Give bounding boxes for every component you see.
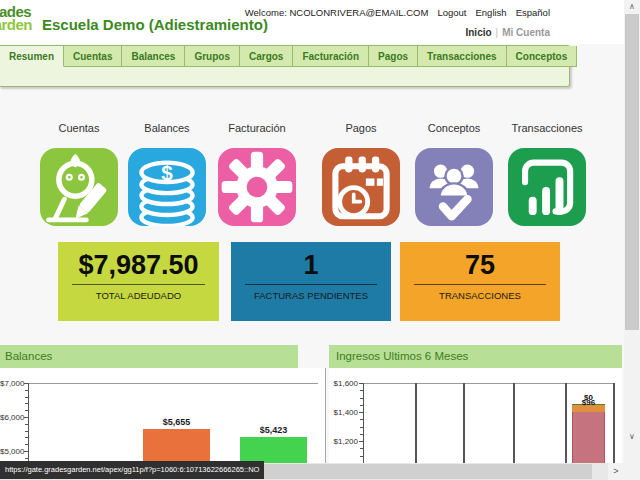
y-tick-label: $7,000 xyxy=(0,379,24,388)
balances-chart: $7,000$6,000$5,000$5,655$5,423 xyxy=(0,368,326,463)
y-minor-tick xyxy=(25,410,28,411)
tab-facturacion[interactable]: Facturación xyxy=(293,46,369,67)
ingresos-chart: $1,600$1,400$1,200$0$96 xyxy=(329,368,622,463)
inicio-link[interactable]: Inicio xyxy=(465,27,491,38)
people-check-icon xyxy=(415,148,493,226)
y-axis xyxy=(28,383,29,463)
shortcut-label: Balances xyxy=(128,122,206,136)
y-minor-tick xyxy=(360,390,363,391)
kpi-transacciones: 75TRANSACCIONES xyxy=(400,242,560,321)
page-title: Escuela Demo (Adiestramiento) xyxy=(42,16,268,33)
shortcut-label: Facturación xyxy=(218,122,296,136)
tabs-row: ResumenCuentasBalancesGruposCargosFactur… xyxy=(0,46,569,67)
svg-text:$: $ xyxy=(161,161,173,184)
kpi-value: 1 xyxy=(231,250,391,281)
y-tick-label: $6,000 xyxy=(0,413,24,422)
logo-text-line2: garden xyxy=(0,18,32,31)
shortcut-label: Transacciones xyxy=(508,122,586,136)
shortcut-balances: Balances $ xyxy=(128,122,206,226)
logo[interactable]: grades garden xyxy=(0,5,32,31)
tab-pagos[interactable]: Pagos xyxy=(369,46,418,67)
shortcut-tile-conceptos[interactable] xyxy=(415,148,493,226)
kpi-value: $7,987.50 xyxy=(58,250,219,281)
header: grades garden Escuela Demo (Adiestramien… xyxy=(0,0,624,44)
kpi-label: TRANSACCIONES xyxy=(400,290,560,301)
shortcut-transacciones: Transacciones xyxy=(508,122,586,226)
shortcut-label: Pagos xyxy=(322,122,400,136)
bar-value-label: $5,423 xyxy=(225,425,322,435)
shortcut-tile-balances[interactable]: $ xyxy=(128,148,206,226)
shortcut-conceptos: Conceptos xyxy=(415,122,493,226)
tab-balances[interactable]: Balances xyxy=(122,46,185,67)
y-tick-label: $5,000 xyxy=(0,447,24,456)
shortcut-label: Conceptos xyxy=(415,122,493,136)
shortcut-facturacion: Facturación xyxy=(218,122,296,226)
bar-value-label: $5,655 xyxy=(128,417,225,427)
y-tick-label: $1,200 xyxy=(332,437,358,446)
mi-cuenta-link[interactable]: Mi Cuenta xyxy=(502,27,550,38)
calendar-clock-icon xyxy=(322,148,400,226)
y-tick xyxy=(24,383,28,384)
y-tick xyxy=(359,441,363,442)
bar-value-label: $96 xyxy=(567,398,610,407)
shortcut-tile-pagos[interactable] xyxy=(322,148,400,226)
y-minor-tick xyxy=(360,405,363,406)
vertical-scroll-thumb[interactable] xyxy=(625,14,639,330)
tab-resumen[interactable]: Resumen xyxy=(0,46,64,67)
tab-cuentas[interactable]: Cuentas xyxy=(64,46,122,67)
y-minor-tick xyxy=(360,398,363,399)
gear-icon xyxy=(218,148,296,226)
y-minor-tick xyxy=(25,417,28,418)
vertical-scrollbar[interactable]: ∧ ∨ xyxy=(624,0,640,463)
scroll-down-button[interactable]: ∨ xyxy=(624,430,640,444)
y-axis xyxy=(363,383,364,463)
bar xyxy=(240,437,307,463)
y-minor-tick xyxy=(360,419,363,420)
bar xyxy=(143,429,210,463)
espanol-link[interactable]: Español xyxy=(516,7,550,18)
dashboard-screen: grades garden Escuela Demo (Adiestramien… xyxy=(0,0,640,480)
y-tick-label: $1,400 xyxy=(332,408,358,417)
kpi-total-adeudado: $7,987.50TOTAL ADEUDADO xyxy=(58,242,219,321)
shortcut-label: Cuentas xyxy=(40,122,118,136)
shortcut-tile-cuentas[interactable] xyxy=(40,148,118,226)
y-minor-tick xyxy=(25,397,28,398)
y-tick xyxy=(359,383,363,384)
y-minor-tick xyxy=(25,458,28,459)
top-links: Welcome: NCOLONRIVERA@EMAIL.COMLogoutEng… xyxy=(245,7,550,18)
y-minor-tick xyxy=(25,444,28,445)
shortcut-tile-facturacion[interactable] xyxy=(218,148,296,226)
y-minor-tick xyxy=(25,390,28,391)
y-minor-tick xyxy=(360,448,363,449)
logout-link[interactable]: Logout xyxy=(437,7,466,18)
kpi-value: 75 xyxy=(400,250,560,281)
stacked-bar-segment xyxy=(572,412,605,463)
panel-header-balances: Balances xyxy=(0,345,298,368)
y-minor-tick xyxy=(360,434,363,435)
shortcut-cuentas: Cuentas xyxy=(40,122,118,226)
plot-top-border xyxy=(363,383,615,384)
plot-top-border xyxy=(28,383,318,384)
shortcut-pagos: Pagos xyxy=(322,122,400,226)
scroll-up-button[interactable]: ∧ xyxy=(624,0,640,14)
status-url-tooltip: https://gate.gradesgarden.net/apex/gg11p… xyxy=(0,461,264,479)
tab-conceptos[interactable]: Conceptos xyxy=(507,46,578,67)
vertical-gridline xyxy=(415,383,417,463)
student-writing-icon xyxy=(40,148,118,226)
y-minor-tick xyxy=(360,456,363,457)
y-minor-tick xyxy=(25,437,28,438)
kpi-divider xyxy=(245,284,376,285)
scroll-right-button[interactable]: > xyxy=(608,463,624,480)
shortcut-tile-transacciones[interactable] xyxy=(508,148,586,226)
tab-grupos[interactable]: Grupos xyxy=(185,46,240,67)
coin-stack-icon: $ xyxy=(128,148,206,226)
account-nav: Inicio|Mi Cuenta xyxy=(465,27,550,38)
kpi-divider xyxy=(72,284,204,285)
vertical-gridline xyxy=(513,383,515,463)
tab-cargos[interactable]: Cargos xyxy=(240,46,293,67)
english-link[interactable]: English xyxy=(475,7,506,18)
y-tick-label: $1,600 xyxy=(332,379,358,388)
tab-transacciones[interactable]: Transacciones xyxy=(418,46,506,67)
nav-separator: | xyxy=(496,27,499,38)
y-tick xyxy=(359,412,363,413)
